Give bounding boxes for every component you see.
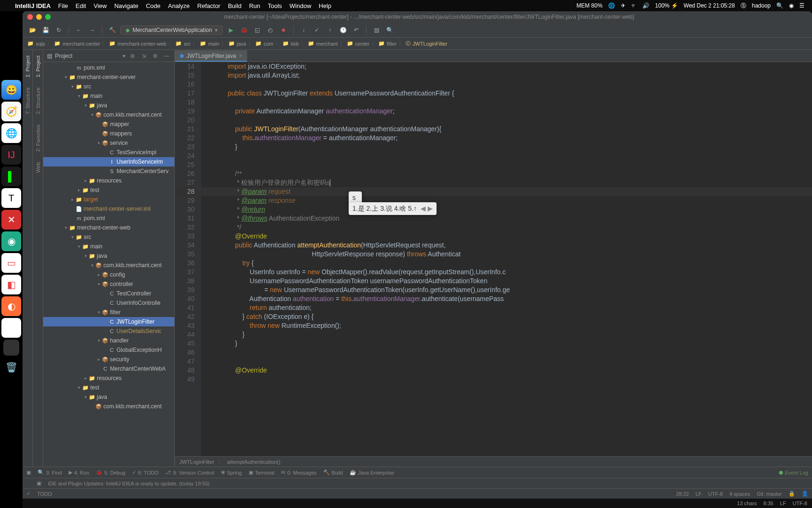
- status-mem[interactable]: MEM 80%: [577, 2, 602, 9]
- tool-build[interactable]: 🔨 Build: [323, 469, 343, 476]
- dock-finder[interactable]: 😀: [1, 80, 21, 100]
- tree-item[interactable]: 📄merchant-center-server.iml: [43, 204, 174, 214]
- tree-item[interactable]: ▾📁java: [43, 101, 174, 110]
- tree-item[interactable]: CUserInfoControlle: [43, 298, 174, 308]
- tree-item[interactable]: ▾📦controller: [43, 279, 174, 289]
- dock-terminal[interactable]: ▌: [1, 167, 21, 186]
- status-send-icon[interactable]: ✈︎: [621, 2, 625, 9]
- tree-item[interactable]: ▸📁resources: [43, 176, 174, 185]
- dock-calendar[interactable]: ▭: [1, 253, 21, 273]
- tool-window-icon[interactable]: ▣: [26, 469, 31, 476]
- tree-item[interactable]: CUserDetailsServic: [43, 326, 174, 336]
- close-button[interactable]: [27, 14, 33, 20]
- debug-button[interactable]: 🐞: [239, 25, 249, 35]
- vcs-commit-button[interactable]: ✓: [312, 25, 322, 35]
- dock-chrome[interactable]: 🌐: [1, 123, 21, 143]
- project-panel-title[interactable]: Project: [55, 53, 120, 59]
- status-user[interactable]: hadoop: [752, 2, 771, 9]
- dock-calendar2[interactable]: ◧: [1, 275, 21, 294]
- tree-item[interactable]: ▾📦com.kkb.merchant.cent: [43, 110, 174, 119]
- menu-view[interactable]: View: [94, 2, 107, 9]
- run-button[interactable]: ▶: [226, 25, 236, 35]
- ime-nav[interactable]: ◀ ▶: [421, 204, 433, 213]
- tree-item[interactable]: CJWTLoginFilter: [43, 317, 174, 326]
- tool-structure[interactable]: 7: Structure: [25, 85, 31, 117]
- status-globe-icon[interactable]: 🌐: [608, 2, 615, 9]
- titlebar[interactable]: merchant-center [~/IdeaProjects/merchant…: [23, 11, 812, 23]
- bc-item[interactable]: 📁 filter: [378, 40, 397, 47]
- bc-item[interactable]: 📁 merchant-center: [54, 40, 100, 47]
- file-tab[interactable]: JWTLoginFilter.java ×: [175, 50, 247, 62]
- dock-trash[interactable]: 🗑️: [1, 357, 21, 377]
- tree-item[interactable]: mpom.xml: [43, 214, 174, 223]
- profile-button[interactable]: ◴: [265, 25, 275, 35]
- dock-git[interactable]: ⎔: [1, 318, 21, 338]
- tree-item[interactable]: CTestServiceImpl: [43, 148, 174, 157]
- dock-textedit[interactable]: T: [1, 188, 21, 208]
- close-tab-icon[interactable]: ×: [239, 53, 242, 59]
- project-tree[interactable]: mpom.xml▾📁merchant-center-server▾📁src▾📁m…: [43, 62, 174, 467]
- method-bc-method[interactable]: attemptAuthentication(): [227, 459, 281, 465]
- status-s-icon[interactable]: Ⓢ: [741, 2, 746, 10]
- tree-item[interactable]: 📦mappers: [43, 129, 174, 138]
- vcs-update-button[interactable]: ↓: [298, 25, 309, 35]
- bc-item-current[interactable]: Ⓒ JWTLoginFilter: [406, 40, 447, 47]
- menu-run[interactable]: Run: [249, 2, 260, 9]
- tree-item[interactable]: ▸📦config: [43, 270, 174, 279]
- tree-item[interactable]: 📦com.kkb.merchant.cent: [43, 402, 174, 411]
- tree-item[interactable]: ▾📁main: [43, 242, 174, 251]
- tool-todo[interactable]: ✓ 6: TODO: [132, 469, 159, 476]
- coverage-button[interactable]: ◱: [252, 25, 262, 35]
- dock-safari[interactable]: 🧭: [1, 102, 21, 121]
- save-button[interactable]: 💾: [40, 25, 51, 35]
- status-menu-icon[interactable]: ☰: [799, 2, 804, 9]
- menu-window[interactable]: Window: [289, 2, 311, 9]
- stop-button[interactable]: ■: [278, 25, 289, 35]
- bc-item[interactable]: 📁 src: [175, 40, 191, 47]
- event-log[interactable]: Event Log: [779, 470, 808, 476]
- open-button[interactable]: 📂: [27, 25, 38, 35]
- tree-item[interactable]: ▾📦filter: [43, 308, 174, 317]
- tree-item[interactable]: ▾📦com.kkb.merchant.cent: [43, 261, 174, 270]
- tool-run[interactable]: ▶ 4: Run: [69, 469, 89, 476]
- status-datetime[interactable]: Wed Dec 2 21:05:28: [684, 2, 735, 9]
- menu-refactor[interactable]: Refactor: [197, 2, 220, 9]
- status-indent[interactable]: 4 spaces: [729, 491, 750, 497]
- menu-code[interactable]: Code: [146, 2, 160, 9]
- status-todo-icon[interactable]: ✓: [26, 491, 31, 497]
- hide-icon[interactable]: —: [162, 52, 171, 60]
- bc-item[interactable]: 📁 com: [255, 40, 273, 47]
- maximize-button[interactable]: [45, 14, 51, 20]
- tree-item[interactable]: CMerchantCenterWebA: [43, 364, 174, 373]
- status-wifi-icon[interactable]: ᯤ: [631, 2, 637, 9]
- tree-item[interactable]: SMerchantCenterServ: [43, 167, 174, 176]
- bc-item[interactable]: 📁 sqlp: [27, 40, 45, 47]
- bc-item[interactable]: 📁 main: [200, 40, 219, 47]
- tree-item[interactable]: ▸📁test: [43, 185, 174, 195]
- tree-item[interactable]: ▾📦service: [43, 138, 174, 148]
- dock-misc[interactable]: [3, 340, 19, 356]
- structure-button[interactable]: ▤: [371, 25, 382, 35]
- status-git[interactable]: Git: master: [757, 491, 782, 497]
- locate-icon[interactable]: ⊕: [128, 52, 137, 60]
- notify-text[interactable]: IDE and Plugin Updates: IntelliJ IDEA is…: [48, 481, 210, 486]
- tool-debug[interactable]: 🐞 5: Debug: [96, 469, 125, 476]
- status-search-icon[interactable]: 🔍: [776, 2, 783, 9]
- tool-web[interactable]: Web: [35, 159, 41, 175]
- app-name[interactable]: IntelliJ IDEA: [15, 2, 51, 9]
- tool-terminal[interactable]: ▣ Terminal: [249, 469, 275, 476]
- tree-item[interactable]: ▾📁merchant-center-server: [43, 72, 174, 82]
- bc-item[interactable]: 📁 kkb: [282, 40, 299, 47]
- tree-item[interactable]: ▾📁main: [43, 91, 174, 101]
- bc-item[interactable]: 📁 java: [228, 40, 246, 47]
- menu-file[interactable]: File: [58, 2, 68, 9]
- dock-postman[interactable]: ◐: [1, 296, 21, 316]
- tree-item[interactable]: ▾📁java: [43, 392, 174, 402]
- tool-jee[interactable]: ☕ Java Enterprise: [350, 469, 394, 476]
- tool-spring[interactable]: ❀ Spring: [221, 469, 242, 476]
- dock-intellij[interactable]: IJ: [1, 145, 21, 165]
- gutter[interactable]: 1415161718192021222324252627282930313233…: [175, 62, 201, 456]
- ime-candidate-list[interactable]: 1.是 2.上 3.说 4.啥 5.↑: [352, 204, 417, 213]
- vcs-push-button[interactable]: ↑: [325, 25, 335, 35]
- menu-edit[interactable]: Edit: [76, 2, 86, 9]
